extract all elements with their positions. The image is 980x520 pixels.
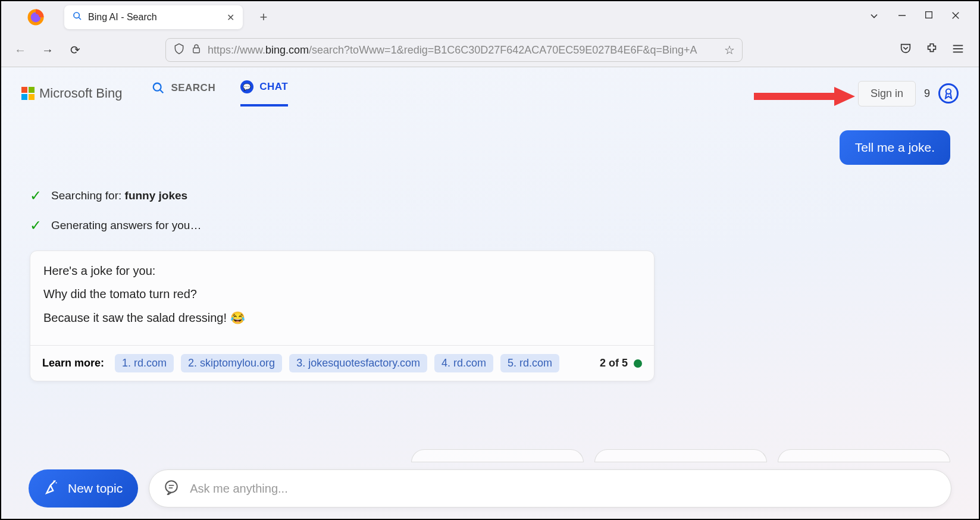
assistant-answer-box: Here's a joke for you: Why did the tomat… [30,250,655,381]
bing-header: Microsoft Bing SEARCH 💬 CHAT Sign in 9 [1,67,979,106]
suggestions-row [411,449,950,462]
answer-line: Here's a joke for you: [43,264,641,278]
firefox-logo[interactable] [25,7,46,28]
rewards-icon[interactable] [938,83,959,104]
back-button[interactable]: ← [12,43,29,57]
svg-rect-5 [926,12,932,18]
ask-input[interactable] [190,482,937,496]
bing-favicon [73,11,82,23]
browser-chrome: Bing AI - Search ✕ + ← → ⟳ https://www.b… [1,1,979,67]
answer-line: Because it saw the salad dressing! 😂 [43,311,641,325]
browser-tab[interactable]: Bing AI - Search ✕ [64,5,243,29]
answer-footer: Learn more: 1. rd.com 2. skiptomylou.org… [30,345,654,381]
close-button[interactable] [950,10,961,24]
source-link[interactable]: 1. rd.com [115,354,174,372]
status-generating-text: Generating answers for you… [51,219,201,232]
svg-point-18 [53,480,54,481]
new-topic-button[interactable]: New topic [29,469,138,508]
svg-point-2 [74,12,79,18]
forward-button[interactable]: → [39,43,56,57]
bing-chat-page: Microsoft Bing SEARCH 💬 CHAT Sign in 9 T… [1,67,979,519]
tab-close-button[interactable]: ✕ [227,12,234,23]
status-generating: ✓ Generating answers for you… [30,217,950,234]
status-searching: ✓ Searching for: funny jokes [30,187,950,204]
user-message-bubble: Tell me a joke. [840,130,950,165]
header-right: Sign in 9 [858,81,959,106]
lock-icon[interactable] [191,43,202,57]
bing-logo-text: Microsoft Bing [39,86,122,101]
suggestion-pill[interactable] [778,449,950,462]
status-dot-icon [634,359,642,368]
extensions-icon[interactable] [925,42,938,58]
source-link[interactable]: 4. rd.com [434,354,493,372]
url-bar[interactable]: https://www.bing.com/search?toWww=1&redi… [165,38,743,62]
signin-button[interactable]: Sign in [858,81,916,106]
suggestion-pill[interactable] [594,449,767,462]
maximize-button[interactable] [924,10,934,24]
checkmark-icon: ✓ [30,187,42,204]
annotation-arrow [754,84,855,108]
shield-icon[interactable] [173,43,185,57]
tab-title: Bing AI - Search [88,12,221,23]
svg-line-3 [79,17,81,20]
tab-chat[interactable]: 💬 CHAT [240,80,288,106]
chat-icon: 💬 [240,80,253,93]
answer-content: Here's a joke for you: Why did the tomat… [30,251,654,345]
reload-button[interactable]: ⟳ [67,43,83,57]
new-topic-label: New topic [68,481,123,496]
tab-overflow-icon[interactable] [868,10,880,24]
svg-line-13 [160,90,164,93]
svg-marker-15 [834,87,855,106]
response-counter: 2 of 5 [600,357,642,369]
suggestion-pill[interactable] [411,449,584,462]
checkmark-icon: ✓ [30,217,42,234]
svg-point-16 [946,89,951,94]
hamburger-menu-icon[interactable] [951,42,965,58]
svg-point-19 [165,481,177,493]
answer-line: Why did the tomato turn red? [43,287,641,301]
new-tab-button[interactable]: + [255,10,273,25]
tab-search-label: SEARCH [171,82,215,94]
browser-toolbar: ← → ⟳ https://www.bing.com/search?toWww=… [1,33,979,67]
minimize-button[interactable] [897,10,907,24]
source-link[interactable]: 5. rd.com [500,354,559,372]
svg-rect-8 [193,48,200,53]
bing-nav-tabs: SEARCH 💬 CHAT [152,80,288,106]
input-bar: New topic [29,469,951,508]
microsoft-logo-icon [21,87,35,100]
status-searching-text: Searching for: funny jokes [51,189,187,202]
ask-input-container[interactable] [149,469,951,508]
learn-more-label: Learn more: [42,357,104,369]
search-icon [152,82,165,95]
svg-point-12 [154,83,161,91]
url-text: https://www.bing.com/search?toWww=1&redi… [208,44,718,57]
tab-chat-label: CHAT [259,81,288,93]
source-link[interactable]: 3. jokesquotesfactory.com [289,354,427,372]
rewards-count: 9 [924,87,930,100]
broom-icon [44,479,60,498]
bookmark-star-icon[interactable]: ☆ [724,43,735,57]
window-controls [868,10,973,24]
pocket-icon[interactable] [899,42,912,58]
chat-area: Tell me a joke. ✓ Searching for: funny j… [1,106,979,381]
svg-point-17 [56,482,57,483]
chat-bubble-icon [164,480,179,497]
tab-bar: Bing AI - Search ✕ + [1,1,979,33]
microsoft-bing-logo[interactable]: Microsoft Bing [21,86,122,101]
source-link[interactable]: 2. skiptomylou.org [181,354,282,372]
tab-search[interactable]: SEARCH [152,80,215,106]
